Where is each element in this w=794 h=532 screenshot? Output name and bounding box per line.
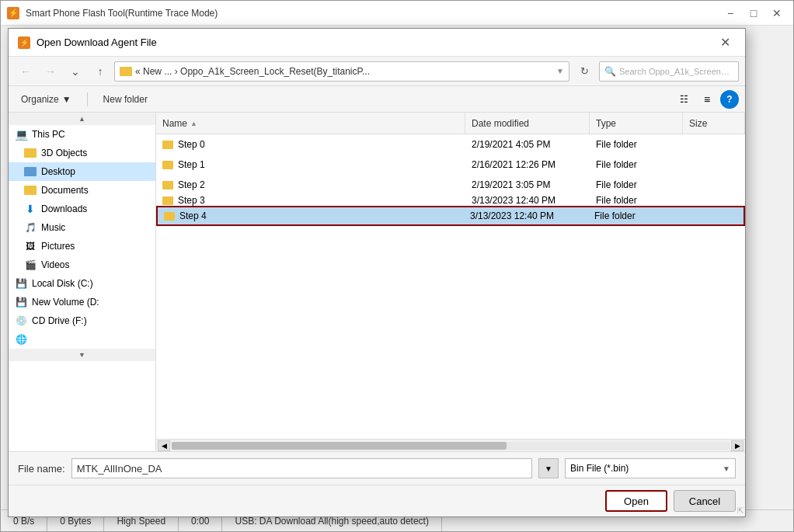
- bg-minimize-btn[interactable]: −: [720, 3, 740, 23]
- file-name-cell: Step 2: [156, 175, 465, 195]
- file-list-area: Name ▲ Date modified Type Size: [156, 113, 745, 451]
- organize-button[interactable]: Organize ▼: [15, 90, 78, 109]
- file-type-cell: File folder: [590, 175, 683, 195]
- dropdown-history-button[interactable]: ⌄: [64, 61, 86, 82]
- name-sort-arrow: ▲: [190, 120, 197, 127]
- file-date-cell: 2/19/2021 3:05 PM: [465, 175, 590, 195]
- filetype-dropdown-arrow: ▼: [723, 464, 730, 473]
- sidebar-label-pictures: Pictures: [41, 241, 75, 252]
- local-disk-icon: 💾: [15, 277, 27, 290]
- search-bar[interactable]: 🔍 Search Oppo_A1k_Screen_Lo...: [599, 61, 739, 82]
- path-bar[interactable]: « New ... › Oppo_A1k_Screen_Lock_Reset(B…: [114, 61, 569, 82]
- file-date-cell: 2/19/2021 4:05 PM: [465, 134, 590, 155]
- search-placeholder: Search Oppo_A1k_Screen_Lo...: [619, 67, 733, 76]
- sidebar-item-3d-objects[interactable]: 3D Objects: [9, 144, 155, 162]
- sidebar-label-videos: Videos: [41, 259, 69, 270]
- file-size-cell: [683, 175, 745, 195]
- sidebar-item-downloads[interactable]: ⬇ Downloads: [9, 200, 155, 218]
- sidebar-scroll-down[interactable]: ▼: [9, 349, 155, 361]
- sidebar-item-this-pc[interactable]: 💻 This PC: [9, 125, 155, 144]
- sidebar-label-3d-objects: 3D Objects: [41, 148, 87, 158]
- bg-app-title: Smart Phone Flash Tool(Runtime Trace Mod…: [26, 8, 218, 19]
- folder-icon: [162, 141, 173, 149]
- sidebar-item-videos[interactable]: 🎬 Videos: [9, 256, 155, 274]
- sidebar-item-music[interactable]: 🎵 Music: [9, 218, 155, 237]
- dialog-icon: ⚡: [18, 37, 30, 49]
- view-options-button[interactable]: ☷: [674, 90, 694, 109]
- back-button[interactable]: ←: [15, 61, 37, 82]
- filename-label: File name:: [18, 463, 65, 475]
- new-volume-icon: 💾: [15, 296, 27, 308]
- up-button[interactable]: ↑: [89, 61, 111, 82]
- filename-input[interactable]: [71, 458, 532, 478]
- file-size-cell: [681, 207, 744, 224]
- hscroll-track[interactable]: [172, 442, 730, 450]
- sidebar-item-new-volume[interactable]: 💾 New Volume (D:: [9, 293, 155, 311]
- folder-icon: [162, 196, 173, 205]
- filename-dropdown-btn[interactable]: ▼: [538, 458, 559, 478]
- sidebar: ▲ 💻 This PC 3D Objects Desktop Documents…: [9, 113, 156, 451]
- refresh-button[interactable]: ↻: [574, 61, 594, 82]
- hscroll-right-btn[interactable]: ▶: [731, 440, 744, 451]
- sidebar-label-desktop: Desktop: [41, 166, 75, 177]
- sidebar-item-network[interactable]: 🌐: [9, 330, 155, 349]
- sidebar-label-documents: Documents: [41, 185, 89, 196]
- forward-button[interactable]: →: [40, 61, 61, 82]
- file-name-cell: Step 3: [156, 195, 465, 206]
- sidebar-label-downloads: Downloads: [41, 203, 87, 214]
- bg-window-controls[interactable]: − □ ✕: [720, 3, 787, 23]
- pictures-icon: 🖼: [24, 240, 37, 252]
- column-headers: Name ▲ Date modified Type Size: [156, 113, 745, 134]
- bg-close-btn[interactable]: ✕: [767, 3, 787, 23]
- file-date-cell: 3/13/2023 12:40 PM: [465, 195, 590, 206]
- cancel-button[interactable]: Cancel: [674, 490, 736, 512]
- sidebar-label-this-pc: This PC: [32, 129, 65, 140]
- file-type-cell: File folder: [590, 195, 683, 206]
- table-row[interactable]: Step 3 3/13/2023 12:40 PM File folder: [156, 195, 745, 206]
- file-name-cell: Step 0: [156, 134, 465, 155]
- hscroll-left-btn[interactable]: ◀: [158, 440, 170, 451]
- file-type-cell: File folder: [590, 134, 683, 155]
- new-folder-button[interactable]: New folder: [97, 90, 154, 109]
- col-header-size[interactable]: Size: [683, 113, 745, 134]
- sidebar-label-new-volume: New Volume (D:: [32, 297, 99, 308]
- toolbar-right: ☷ ≡ ?: [674, 90, 739, 109]
- music-icon: 🎵: [24, 221, 37, 234]
- filetype-label: Bin File (*.bin): [570, 463, 629, 474]
- filetype-select[interactable]: Bin File (*.bin) ▼: [565, 458, 736, 478]
- horizontal-scrollbar[interactable]: ◀ ▶: [156, 439, 745, 451]
- table-row[interactable]: Step 2 2/19/2021 3:05 PM File folder: [156, 175, 745, 195]
- path-text: « New ... › Oppo_A1k_Screen_Lock_Reset(B…: [135, 66, 553, 77]
- bg-titlebar: ⚡ Smart Phone Flash Tool(Runtime Trace M…: [1, 1, 793, 26]
- table-row-selected[interactable]: Step 4 3/13/2023 12:40 PM File folder: [156, 206, 745, 226]
- col-header-type[interactable]: Type: [590, 113, 683, 134]
- open-button[interactable]: Open: [605, 490, 667, 512]
- file-rows: Step 0 2/19/2021 4:05 PM File folder Ste…: [156, 134, 745, 439]
- table-row[interactable]: Step 0 2/19/2021 4:05 PM File folder: [156, 134, 745, 155]
- sidebar-label-local-disk: Local Disk (C:): [32, 278, 93, 289]
- toolbar-divider: [87, 92, 88, 106]
- folder-icon: [164, 212, 175, 221]
- file-name-cell: Step 4: [158, 207, 464, 224]
- main-content: ▲ 💻 This PC 3D Objects Desktop Documents…: [9, 113, 745, 451]
- view-toggle-button[interactable]: ≡: [697, 90, 717, 109]
- sidebar-item-documents[interactable]: Documents: [9, 181, 155, 200]
- table-row[interactable]: Step 1 2/16/2021 12:26 PM File folder: [156, 155, 745, 175]
- col-header-date[interactable]: Date modified: [465, 113, 590, 134]
- sidebar-item-desktop[interactable]: Desktop: [9, 162, 155, 181]
- bg-maximize-btn[interactable]: □: [744, 3, 764, 23]
- sidebar-label-music: Music: [41, 222, 65, 233]
- sidebar-item-pictures[interactable]: 🖼 Pictures: [9, 237, 155, 256]
- sidebar-item-local-disk[interactable]: 💾 Local Disk (C:): [9, 274, 155, 293]
- file-size-cell: [683, 155, 745, 175]
- dialog-close-button[interactable]: ✕: [714, 32, 736, 54]
- col-header-name[interactable]: Name ▲: [156, 113, 465, 134]
- sidebar-item-cd-drive[interactable]: 💿 CD Drive (F:): [9, 311, 155, 330]
- path-dropdown-arrow[interactable]: ▼: [553, 67, 564, 75]
- help-button[interactable]: ?: [720, 90, 739, 109]
- sidebar-scroll-up[interactable]: ▲: [9, 113, 155, 125]
- this-pc-icon: 💻: [15, 128, 27, 141]
- resize-handle[interactable]: ⇱: [734, 506, 744, 515]
- folder-icon: [162, 181, 173, 190]
- hscroll-thumb[interactable]: [172, 442, 507, 450]
